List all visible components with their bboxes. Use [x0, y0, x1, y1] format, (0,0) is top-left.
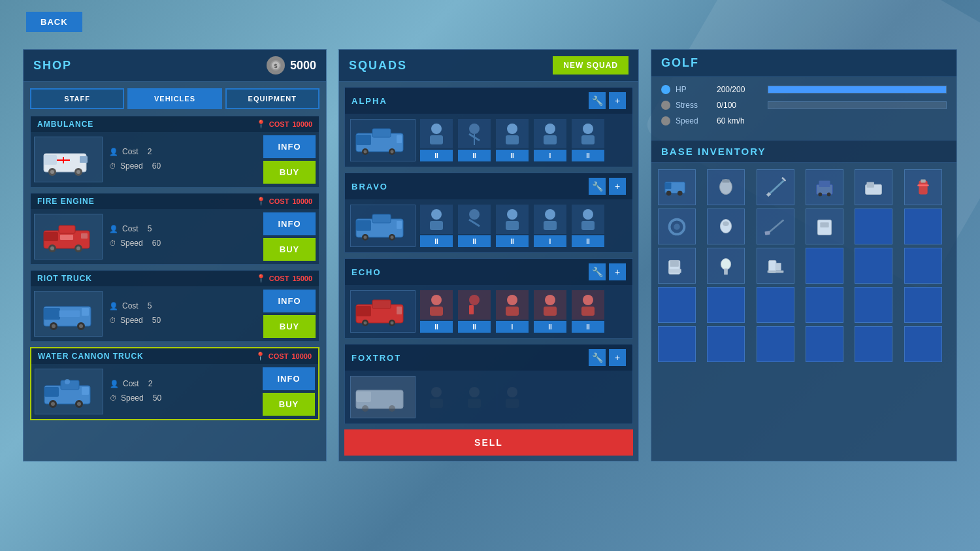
inv-slot[interactable] — [658, 326, 696, 362]
riot-truck-stats: 👤 Cost 5 ⏱ Speed 50 — [109, 299, 257, 327]
inv-slot[interactable] — [806, 287, 843, 323]
riot-truck-buttons: INFO BUY — [263, 290, 316, 338]
inv-slot[interactable] — [904, 326, 942, 362]
info-btn-water-cannon[interactable]: INFO — [263, 367, 315, 390]
inv-slot[interactable] — [658, 287, 696, 323]
member-pause-btn[interactable]: II — [572, 235, 604, 247]
info-btn-fire-engine[interactable]: INFO — [263, 212, 316, 235]
inv-slot[interactable] — [707, 287, 745, 323]
inv-slot[interactable] — [707, 326, 745, 362]
inv-slot[interactable] — [855, 326, 892, 362]
member-pause-btn[interactable]: II — [458, 321, 491, 333]
svg-point-99 — [469, 387, 480, 397]
member-pause-btn[interactable]: II — [420, 235, 453, 247]
squad-bravo-add[interactable]: + — [609, 178, 626, 195]
svg-point-65 — [431, 209, 442, 220]
member-pause-btn[interactable]: II — [458, 150, 491, 161]
squad-alpha-add[interactable]: + — [609, 92, 626, 109]
svg-rect-54 — [544, 135, 557, 144]
svg-rect-74 — [581, 221, 595, 230]
squad-alpha-edit[interactable]: 🔧 — [589, 92, 606, 109]
member-pause-btn[interactable]: II — [420, 150, 453, 161]
inv-slot[interactable] — [806, 169, 843, 205]
member-pause-btn[interactable]: II — [496, 150, 529, 161]
squad-foxtrot: FOXTROT 🔧 + — [344, 344, 633, 424]
member-pause-btn[interactable]: II — [572, 321, 604, 333]
svg-rect-118 — [919, 180, 927, 194]
buy-btn-riot-truck[interactable]: BUY — [263, 315, 316, 338]
inv-slot[interactable] — [757, 326, 794, 362]
member-pause-btn[interactable]: II — [496, 235, 529, 247]
buy-btn-fire-engine[interactable]: BUY — [263, 238, 316, 261]
member-pause-btn[interactable]: II — [420, 321, 453, 333]
inv-slot[interactable] — [806, 209, 843, 244]
inv-slot[interactable] — [757, 209, 794, 244]
inv-slot[interactable] — [658, 248, 696, 284]
svg-point-124 — [723, 221, 730, 226]
squad-alpha-vehicle — [350, 119, 416, 161]
buy-btn-water-cannon[interactable]: BUY — [263, 393, 315, 416]
inv-slot[interactable] — [757, 169, 794, 205]
inv-slot[interactable] — [904, 248, 942, 284]
squad-echo-add[interactable]: + — [609, 263, 626, 280]
squad-bravo-edit[interactable]: 🔧 — [589, 178, 606, 195]
inv-slot[interactable] — [855, 287, 892, 323]
water-cannon-stats: 👤 Cost 2 ⏱ Speed 50 — [110, 377, 256, 405]
riot-truck-thumb — [34, 291, 103, 337]
inv-slot[interactable] — [757, 287, 794, 323]
svg-rect-60 — [372, 214, 391, 223]
svg-rect-84 — [430, 307, 443, 316]
inv-slot[interactable] — [707, 169, 745, 205]
tab-equipment[interactable]: EQUIPMENT — [225, 88, 319, 109]
svg-rect-119 — [921, 179, 926, 182]
stress-dot — [661, 101, 670, 110]
member-pause-btn[interactable]: I — [496, 321, 529, 333]
info-btn-riot-truck[interactable]: INFO — [263, 290, 316, 312]
svg-rect-70 — [506, 221, 519, 230]
shop-money-display: $ 5000 — [267, 56, 316, 75]
inv-slot[interactable] — [904, 287, 942, 323]
member-pause-btn[interactable]: I — [534, 150, 566, 161]
svg-rect-39 — [356, 135, 371, 145]
cost-icon-ambulance: 📍 — [256, 120, 266, 129]
buy-btn-ambulance[interactable]: BUY — [263, 161, 316, 184]
inv-slot[interactable] — [658, 169, 696, 205]
svg-point-87 — [507, 295, 517, 305]
member-pause-btn[interactable]: I — [534, 235, 566, 247]
water-cannon-buttons: INFO BUY — [263, 367, 315, 416]
member-pause-btn[interactable]: II — [458, 235, 491, 247]
member-pause-btn[interactable]: II — [534, 321, 566, 333]
member-pause-btn[interactable]: II — [572, 150, 604, 161]
svg-point-43 — [364, 150, 367, 153]
sell-button[interactable]: SELL — [344, 429, 633, 456]
inv-slot[interactable] — [658, 209, 696, 244]
squad-foxtrot-edit[interactable]: 🔧 — [589, 349, 606, 366]
svg-point-83 — [431, 295, 442, 305]
svg-rect-66 — [430, 221, 443, 230]
tab-staff[interactable]: STAFF — [30, 88, 124, 109]
inv-slot[interactable] — [806, 248, 843, 284]
inv-slot[interactable] — [904, 169, 942, 205]
cost-label-ambulance: COST — [269, 120, 289, 128]
info-btn-ambulance[interactable]: INFO — [263, 135, 316, 158]
svg-point-91 — [583, 295, 593, 305]
svg-point-132 — [721, 258, 731, 269]
person-icon: 👤 — [109, 146, 118, 159]
inv-slot[interactable] — [707, 248, 745, 284]
inv-slot[interactable] — [855, 248, 892, 284]
squad-echo: ECHO 🔧 + — [344, 258, 633, 339]
inv-slot[interactable] — [904, 209, 942, 244]
svg-point-64 — [391, 235, 394, 239]
stress-value: 0/100 — [717, 101, 762, 110]
squad-echo-edit[interactable]: 🔧 — [589, 263, 606, 280]
back-button[interactable]: BACK — [26, 12, 82, 32]
inv-slot[interactable] — [855, 209, 892, 244]
tab-vehicles[interactable]: VEHICLES — [127, 88, 221, 109]
inv-slot[interactable] — [707, 209, 745, 244]
inv-slot[interactable] — [806, 326, 843, 362]
svg-rect-14 — [81, 233, 88, 239]
inv-slot[interactable] — [855, 169, 892, 205]
squad-foxtrot-add[interactable]: + — [609, 349, 626, 366]
new-squad-button[interactable]: NEW SQUAD — [553, 56, 629, 75]
inv-slot[interactable] — [757, 248, 794, 284]
